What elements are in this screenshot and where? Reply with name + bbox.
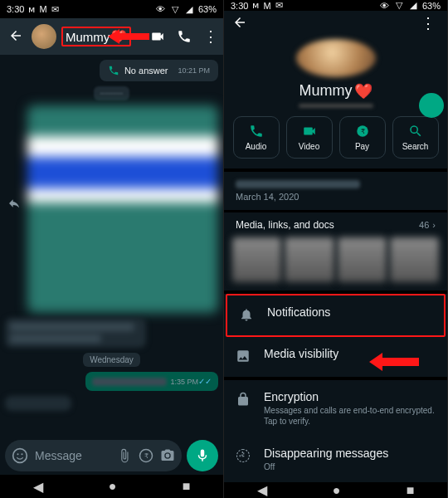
chat-screen: 3:30 ᴍ M ✉ 👁 ▽ ◢ 63% Mummy❤️ ⋮ <box>0 0 224 498</box>
timer-icon <box>236 448 252 466</box>
attach-icon[interactable] <box>117 448 132 463</box>
action-label: Search <box>402 142 429 151</box>
android-nav-right: ◀ ● ■ <box>224 482 447 498</box>
forward-icon[interactable] <box>7 197 21 213</box>
nav-recents-icon[interactable]: ■ <box>183 479 191 494</box>
media-thumb[interactable] <box>285 237 334 282</box>
phone-icon <box>249 124 264 139</box>
about-text <box>236 180 360 188</box>
more-menu-icon[interactable]: ⋮ <box>203 27 218 46</box>
arrow-left-icon <box>8 28 23 43</box>
disappearing-label: Disappearing messages <box>264 447 436 460</box>
message-input-bar: Message ₹ <box>0 437 223 475</box>
nav-recents-icon[interactable]: ■ <box>407 483 415 498</box>
back-button[interactable] <box>5 25 27 49</box>
status-icon: M <box>263 1 270 11</box>
nav-back-icon[interactable]: ◀ <box>33 479 43 495</box>
phone-icon[interactable] <box>177 29 192 44</box>
chat-body[interactable]: No answer 10:21 PM ·········· Wednesday … <box>0 55 223 437</box>
audio-call-button[interactable]: Audio <box>233 116 280 159</box>
incoming-message[interactable] <box>5 318 146 348</box>
emoji-icon[interactable] <box>12 447 28 464</box>
annotation-arrow-name <box>108 27 149 46</box>
media-thumbnails[interactable] <box>224 237 447 290</box>
eye-icon: 👁 <box>156 4 166 14</box>
status-bar-right: 3:30 ᴍ M ✉ 👁 ▽ ◢ 63% <box>224 0 447 11</box>
camera-icon[interactable] <box>160 448 175 463</box>
disappearing-sublabel: Off <box>264 461 436 472</box>
svg-point-3 <box>22 453 23 455</box>
message-fab[interactable] <box>419 93 444 118</box>
outgoing-message[interactable]: 1:35 PM ✓✓ <box>85 372 218 391</box>
incoming-message[interactable] <box>5 396 71 411</box>
encryption-sublabel: Messages and calls are end-to-end encryp… <box>264 405 436 427</box>
contact-avatar[interactable] <box>32 24 56 49</box>
chevron-right-icon: › <box>432 220 436 230</box>
media-thumb[interactable] <box>232 237 281 282</box>
action-row: Audio Video ₹ Pay Search <box>224 116 447 168</box>
status-time: 3:30 <box>231 1 248 11</box>
arrow-left-icon <box>232 15 247 30</box>
mic-icon <box>195 448 210 463</box>
signal-icon: ◢ <box>184 4 194 14</box>
video-call-icon[interactable] <box>150 29 165 44</box>
svg-point-1 <box>13 449 27 463</box>
missed-time: 10:21 PM <box>178 66 210 75</box>
mld-count: 46 <box>419 220 429 230</box>
pay-button[interactable]: ₹ Pay <box>339 116 386 159</box>
rupee-icon[interactable]: ₹ <box>139 448 153 463</box>
action-label: Video <box>299 142 319 151</box>
signal-icon: ◢ <box>408 1 418 11</box>
message-input[interactable]: Message ₹ <box>5 440 182 471</box>
about-date: March 14, 2020 <box>224 192 447 210</box>
action-label: Audio <box>246 142 267 151</box>
settings-section: Notifications Media visibility <box>224 294 447 377</box>
notifications-label: Notifications <box>267 305 432 319</box>
status-icon: M <box>39 4 46 14</box>
disappearing-row[interactable]: Disappearing messages Off <box>224 437 447 482</box>
contact-name-info: Mummy❤️ <box>224 82 447 100</box>
wifi-icon: ▽ <box>170 4 180 14</box>
more-menu-icon[interactable]: ⋮ <box>414 11 442 36</box>
image-message[interactable] <box>27 105 218 313</box>
media-thumb[interactable] <box>390 237 439 282</box>
svg-marker-8 <box>369 353 419 371</box>
video-icon <box>302 124 317 139</box>
media-links-docs-row[interactable]: Media, links, and docs 46 › <box>224 212 447 237</box>
status-icon: ✉ <box>51 4 59 15</box>
search-icon <box>408 124 423 139</box>
battery-text: 63% <box>198 4 217 14</box>
status-icon: ✉ <box>275 0 283 11</box>
contact-name-text: Mummy <box>66 30 110 44</box>
video-call-button[interactable]: Video <box>286 116 333 159</box>
contact-info-screen: 3:30 ᴍ M ✉ 👁 ▽ ◢ 63% ⋮ Mummy❤️ Audio Vid… <box>224 0 448 498</box>
encryption-row[interactable]: Encryption Messages and calls are end-to… <box>224 380 447 437</box>
search-button[interactable]: Search <box>392 116 439 159</box>
status-icon: ᴍ <box>252 0 259 11</box>
bubble-time: 1:35 PM <box>170 378 198 386</box>
nav-home-icon[interactable]: ● <box>109 479 117 494</box>
contact-avatar-large[interactable] <box>296 39 376 77</box>
phone-number <box>299 104 373 108</box>
android-nav-left: ◀ ● ■ <box>0 475 223 498</box>
image-icon <box>236 349 252 367</box>
status-bar-left: 3:30 ᴍ M ✉ 👁 ▽ ◢ 63% <box>0 0 223 18</box>
rupee-icon: ₹ <box>355 124 370 139</box>
status-icon: ᴍ <box>28 4 35 15</box>
mic-button[interactable] <box>187 440 218 471</box>
message-placeholder: Message <box>35 449 110 462</box>
svg-marker-0 <box>108 29 149 44</box>
nav-home-icon[interactable]: ● <box>333 483 341 498</box>
missed-label: No answer <box>124 66 168 76</box>
about-section: March 14, 2020 <box>224 172 447 210</box>
svg-point-2 <box>17 453 19 455</box>
media-section: Media, links, and docs 46 › <box>224 212 447 290</box>
battery-text: 63% <box>422 1 441 11</box>
missed-call-bubble[interactable]: No answer 10:21 PM <box>100 60 218 81</box>
media-thumb[interactable] <box>338 237 387 282</box>
heart-icon: ❤️ <box>354 82 373 100</box>
status-time: 3:30 <box>7 4 24 14</box>
nav-back-icon[interactable]: ◀ <box>257 482 267 498</box>
notifications-row[interactable]: Notifications <box>226 294 446 337</box>
back-button[interactable] <box>229 12 251 36</box>
